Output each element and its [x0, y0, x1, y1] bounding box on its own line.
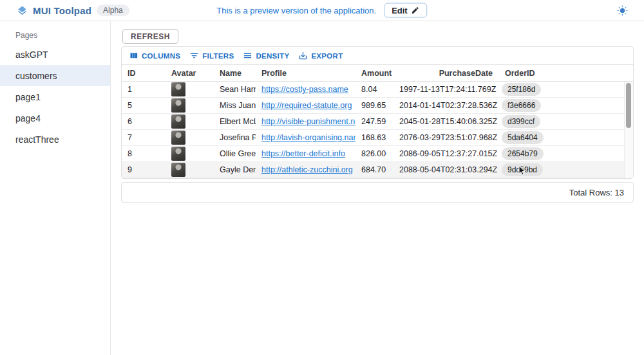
cell-purchasedate: 2014-01-14T02:37:28.536Z — [399, 101, 499, 110]
cell-avatar — [166, 82, 214, 96]
order-id-chip[interactable]: f3e6666 — [502, 99, 541, 112]
app-header: MUI Toolpad Alpha This is a preview vers… — [0, 0, 644, 21]
table-row[interactable]: 6 Elbert McL... http://visible-punishmen… — [122, 114, 624, 130]
cell-id: 9 — [122, 165, 166, 174]
avatar — [171, 114, 185, 129]
grid-footer: Total Rows: 13 — [121, 182, 634, 203]
cell-id: 1 — [122, 85, 166, 94]
cell-amount: 168.63 — [355, 133, 399, 142]
column-header-purchasedate[interactable]: PurchaseDate — [399, 69, 499, 78]
columns-button[interactable]: COLUMNS — [124, 49, 185, 62]
avatar — [171, 147, 185, 161]
cell-id: 6 — [122, 117, 166, 126]
cell-orderid: d399ccf — [499, 115, 624, 128]
sidebar-item-page4[interactable]: page4 — [0, 107, 110, 129]
version-badge: Alpha — [97, 5, 129, 16]
cell-name: Josefina P... — [214, 133, 256, 142]
cell-profile: https://better-deficit.info — [256, 149, 355, 158]
column-header-avatar[interactable]: Avatar — [166, 69, 214, 78]
column-header-profile[interactable]: Profile — [256, 69, 355, 78]
order-id-chip[interactable]: 5da6404 — [502, 131, 544, 144]
filters-button-label: FILTERS — [202, 52, 234, 60]
density-button[interactable]: DENSITY — [238, 49, 294, 62]
cell-orderid: 5da6404 — [499, 131, 624, 144]
cell-orderid: f3e6666 — [499, 99, 624, 112]
order-id-chip[interactable]: d399ccf — [502, 115, 540, 128]
sidebar: Pages askGPT customers page1 page4 react… — [0, 21, 111, 355]
cell-id: 7 — [122, 133, 166, 142]
cell-profile: http://athletic-zucchini.org — [256, 165, 355, 174]
sidebar-item-label: askGPT — [15, 50, 48, 60]
cell-name: Sean Harris — [214, 85, 256, 94]
scrollbar-thumb[interactable] — [626, 83, 631, 128]
cell-name: Miss Juan ... — [214, 101, 256, 110]
profile-link[interactable]: http://lavish-organising.name — [261, 133, 355, 142]
avatar — [171, 98, 185, 113]
profile-link[interactable]: http://visible-punishment.net — [261, 117, 355, 126]
cell-avatar — [166, 131, 214, 145]
filters-button[interactable]: FILTERS — [185, 49, 238, 62]
table-row[interactable]: 1 Sean Harris https://costly-pass.name 8… — [122, 82, 624, 98]
view-column-icon — [129, 51, 138, 60]
preview-banner: This is a preview version of the applica… — [216, 3, 427, 18]
theme-toggle-button[interactable] — [614, 3, 630, 19]
edit-button-label: Edit — [392, 6, 408, 15]
cell-amount: 989.65 — [355, 101, 399, 110]
cell-name: Gayle Den... — [214, 165, 256, 174]
main-content: REFRESH COLUMNS FILTERS DENSITY — [111, 21, 644, 355]
profile-link[interactable]: http://required-statute.org — [261, 101, 352, 110]
profile-link[interactable]: https://costly-pass.name — [261, 85, 348, 94]
cell-purchasedate: 1997-11-13T17:24:11.769Z — [399, 85, 499, 94]
data-grid: COLUMNS FILTERS DENSITY EXPORT — [121, 46, 634, 179]
avatar — [171, 82, 185, 96]
cell-name: Elbert McL... — [214, 117, 256, 126]
sidebar-section-label: Pages — [0, 21, 110, 44]
cell-id: 5 — [122, 101, 166, 110]
download-icon — [298, 51, 308, 60]
order-id-chip[interactable]: 2654b79 — [502, 147, 544, 160]
edit-button[interactable]: Edit — [384, 3, 428, 18]
app-title: MUI Toolpad — [33, 5, 91, 16]
table-row-hovered[interactable]: 9 Gayle Den... http://athletic-zucchini.… — [122, 162, 624, 178]
sun-icon — [616, 5, 629, 17]
sidebar-item-askgpt[interactable]: askGPT — [0, 44, 110, 65]
column-header-orderid[interactable]: OrderID — [499, 69, 633, 78]
table-row[interactable]: 7 Josefina P... http://lavish-organising… — [122, 130, 624, 146]
vertical-scrollbar[interactable] — [624, 82, 633, 178]
column-header-amount[interactable]: Amount — [355, 69, 399, 78]
sidebar-item-reactthree[interactable]: reactThree — [0, 129, 110, 150]
column-header-id[interactable]: ID — [122, 69, 166, 78]
grid-rows-viewport: 1 Sean Harris https://costly-pass.name 8… — [122, 82, 633, 178]
columns-button-label: COLUMNS — [142, 52, 180, 60]
cell-avatar — [166, 114, 214, 129]
profile-link[interactable]: http://athletic-zucchini.org — [261, 165, 353, 174]
column-header-name[interactable]: Name — [214, 69, 256, 78]
avatar — [171, 163, 185, 177]
cell-purchasedate: 2086-09-05T12:37:27.015Z — [399, 149, 499, 158]
table-row[interactable]: 8 Ollie Green... https://better-deficit.… — [122, 146, 624, 162]
cell-purchasedate: 2045-01-28T15:40:06.325Z — [399, 117, 499, 126]
cell-orderid: 2654b79 — [499, 147, 624, 160]
cell-purchasedate: 2076-03-29T23:51:07.968Z — [399, 133, 499, 142]
order-id-chip[interactable]: 25f186d — [502, 83, 541, 96]
pencil-icon — [412, 6, 420, 15]
density-icon — [243, 51, 252, 60]
sidebar-item-page1[interactable]: page1 — [0, 86, 110, 107]
sidebar-item-label: customers — [15, 71, 57, 81]
export-button[interactable]: EXPORT — [294, 49, 347, 62]
order-id-chip[interactable]: 9dc59bd — [502, 163, 543, 176]
table-row[interactable]: 5 Miss Juan ... http://required-statute.… — [122, 98, 624, 114]
refresh-button[interactable]: REFRESH — [122, 29, 178, 44]
total-rows-label: Total Rows: 13 — [569, 188, 624, 197]
cell-avatar — [166, 163, 214, 177]
cell-amount: 8.04 — [355, 85, 399, 94]
cell-amount: 247.59 — [355, 117, 399, 126]
grid-toolbar: COLUMNS FILTERS DENSITY EXPORT — [122, 47, 633, 64]
sidebar-item-customers[interactable]: customers — [0, 65, 110, 86]
sidebar-item-label: page4 — [15, 113, 41, 123]
cell-id: 8 — [122, 149, 166, 158]
export-button-label: EXPORT — [311, 52, 343, 60]
profile-link[interactable]: https://better-deficit.info — [261, 149, 345, 158]
avatar — [171, 131, 185, 145]
cell-avatar — [166, 147, 214, 161]
